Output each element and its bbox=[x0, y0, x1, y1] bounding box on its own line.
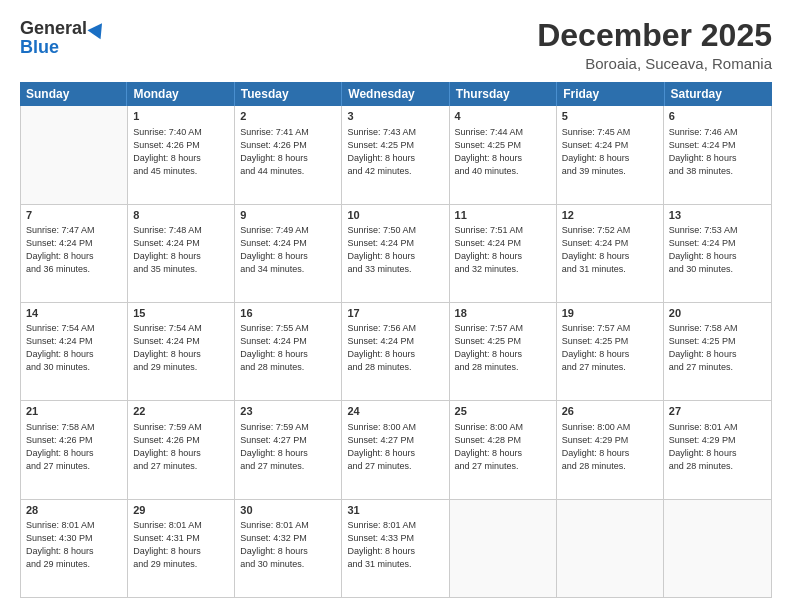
calendar-row-3: 14Sunrise: 7:54 AM Sunset: 4:24 PM Dayli… bbox=[21, 303, 771, 401]
calendar-cell: 11Sunrise: 7:51 AM Sunset: 4:24 PM Dayli… bbox=[450, 205, 557, 302]
cell-info: Sunrise: 7:58 AM Sunset: 4:25 PM Dayligh… bbox=[669, 322, 766, 374]
calendar-cell bbox=[450, 500, 557, 597]
day-number: 18 bbox=[455, 306, 551, 321]
calendar-page: General Blue December 2025 Boroaia, Suce… bbox=[0, 0, 792, 612]
calendar-cell: 21Sunrise: 7:58 AM Sunset: 4:26 PM Dayli… bbox=[21, 401, 128, 498]
title-section: December 2025 Boroaia, Suceava, Romania bbox=[537, 18, 772, 72]
day-number: 5 bbox=[562, 109, 658, 124]
day-number: 17 bbox=[347, 306, 443, 321]
cell-info: Sunrise: 7:54 AM Sunset: 4:24 PM Dayligh… bbox=[133, 322, 229, 374]
day-number: 6 bbox=[669, 109, 766, 124]
calendar-cell: 23Sunrise: 7:59 AM Sunset: 4:27 PM Dayli… bbox=[235, 401, 342, 498]
header: General Blue December 2025 Boroaia, Suce… bbox=[20, 18, 772, 72]
calendar-cell: 2Sunrise: 7:41 AM Sunset: 4:26 PM Daylig… bbox=[235, 106, 342, 203]
calendar-cell: 13Sunrise: 7:53 AM Sunset: 4:24 PM Dayli… bbox=[664, 205, 771, 302]
cell-info: Sunrise: 8:00 AM Sunset: 4:27 PM Dayligh… bbox=[347, 421, 443, 473]
calendar-header: SundayMondayTuesdayWednesdayThursdayFrid… bbox=[20, 82, 772, 106]
calendar-row-5: 28Sunrise: 8:01 AM Sunset: 4:30 PM Dayli… bbox=[21, 500, 771, 597]
calendar-cell: 31Sunrise: 8:01 AM Sunset: 4:33 PM Dayli… bbox=[342, 500, 449, 597]
cell-info: Sunrise: 8:01 AM Sunset: 4:30 PM Dayligh… bbox=[26, 519, 122, 571]
calendar-cell: 25Sunrise: 8:00 AM Sunset: 4:28 PM Dayli… bbox=[450, 401, 557, 498]
header-day-monday: Monday bbox=[127, 82, 234, 106]
cell-info: Sunrise: 7:52 AM Sunset: 4:24 PM Dayligh… bbox=[562, 224, 658, 276]
calendar-cell: 24Sunrise: 8:00 AM Sunset: 4:27 PM Dayli… bbox=[342, 401, 449, 498]
day-number: 11 bbox=[455, 208, 551, 223]
calendar-cell: 29Sunrise: 8:01 AM Sunset: 4:31 PM Dayli… bbox=[128, 500, 235, 597]
day-number: 26 bbox=[562, 404, 658, 419]
calendar-cell: 1Sunrise: 7:40 AM Sunset: 4:26 PM Daylig… bbox=[128, 106, 235, 203]
calendar-cell bbox=[664, 500, 771, 597]
day-number: 14 bbox=[26, 306, 122, 321]
calendar-cell: 4Sunrise: 7:44 AM Sunset: 4:25 PM Daylig… bbox=[450, 106, 557, 203]
cell-info: Sunrise: 7:49 AM Sunset: 4:24 PM Dayligh… bbox=[240, 224, 336, 276]
cell-info: Sunrise: 8:01 AM Sunset: 4:29 PM Dayligh… bbox=[669, 421, 766, 473]
day-number: 12 bbox=[562, 208, 658, 223]
day-number: 1 bbox=[133, 109, 229, 124]
cell-info: Sunrise: 7:43 AM Sunset: 4:25 PM Dayligh… bbox=[347, 126, 443, 178]
calendar-cell: 26Sunrise: 8:00 AM Sunset: 4:29 PM Dayli… bbox=[557, 401, 664, 498]
cell-info: Sunrise: 7:57 AM Sunset: 4:25 PM Dayligh… bbox=[455, 322, 551, 374]
calendar-cell: 27Sunrise: 8:01 AM Sunset: 4:29 PM Dayli… bbox=[664, 401, 771, 498]
calendar-cell: 20Sunrise: 7:58 AM Sunset: 4:25 PM Dayli… bbox=[664, 303, 771, 400]
calendar-cell bbox=[557, 500, 664, 597]
day-number: 22 bbox=[133, 404, 229, 419]
day-number: 29 bbox=[133, 503, 229, 518]
cell-info: Sunrise: 7:51 AM Sunset: 4:24 PM Dayligh… bbox=[455, 224, 551, 276]
location-subtitle: Boroaia, Suceava, Romania bbox=[537, 55, 772, 72]
logo-icon bbox=[87, 18, 108, 39]
header-day-sunday: Sunday bbox=[20, 82, 127, 106]
calendar-cell: 5Sunrise: 7:45 AM Sunset: 4:24 PM Daylig… bbox=[557, 106, 664, 203]
cell-info: Sunrise: 8:01 AM Sunset: 4:32 PM Dayligh… bbox=[240, 519, 336, 571]
day-number: 28 bbox=[26, 503, 122, 518]
cell-info: Sunrise: 7:53 AM Sunset: 4:24 PM Dayligh… bbox=[669, 224, 766, 276]
day-number: 16 bbox=[240, 306, 336, 321]
calendar-cell: 8Sunrise: 7:48 AM Sunset: 4:24 PM Daylig… bbox=[128, 205, 235, 302]
cell-info: Sunrise: 8:01 AM Sunset: 4:31 PM Dayligh… bbox=[133, 519, 229, 571]
cell-info: Sunrise: 7:58 AM Sunset: 4:26 PM Dayligh… bbox=[26, 421, 122, 473]
calendar-cell: 28Sunrise: 8:01 AM Sunset: 4:30 PM Dayli… bbox=[21, 500, 128, 597]
calendar: SundayMondayTuesdayWednesdayThursdayFrid… bbox=[20, 82, 772, 598]
day-number: 31 bbox=[347, 503, 443, 518]
day-number: 9 bbox=[240, 208, 336, 223]
cell-info: Sunrise: 7:55 AM Sunset: 4:24 PM Dayligh… bbox=[240, 322, 336, 374]
calendar-cell: 17Sunrise: 7:56 AM Sunset: 4:24 PM Dayli… bbox=[342, 303, 449, 400]
header-day-saturday: Saturday bbox=[665, 82, 772, 106]
logo-blue: Blue bbox=[20, 37, 59, 58]
cell-info: Sunrise: 7:54 AM Sunset: 4:24 PM Dayligh… bbox=[26, 322, 122, 374]
day-number: 13 bbox=[669, 208, 766, 223]
calendar-cell: 10Sunrise: 7:50 AM Sunset: 4:24 PM Dayli… bbox=[342, 205, 449, 302]
day-number: 3 bbox=[347, 109, 443, 124]
cell-info: Sunrise: 7:59 AM Sunset: 4:27 PM Dayligh… bbox=[240, 421, 336, 473]
day-number: 24 bbox=[347, 404, 443, 419]
cell-info: Sunrise: 8:01 AM Sunset: 4:33 PM Dayligh… bbox=[347, 519, 443, 571]
day-number: 2 bbox=[240, 109, 336, 124]
cell-info: Sunrise: 7:56 AM Sunset: 4:24 PM Dayligh… bbox=[347, 322, 443, 374]
cell-info: Sunrise: 7:46 AM Sunset: 4:24 PM Dayligh… bbox=[669, 126, 766, 178]
calendar-cell: 12Sunrise: 7:52 AM Sunset: 4:24 PM Dayli… bbox=[557, 205, 664, 302]
calendar-cell: 30Sunrise: 8:01 AM Sunset: 4:32 PM Dayli… bbox=[235, 500, 342, 597]
calendar-cell: 9Sunrise: 7:49 AM Sunset: 4:24 PM Daylig… bbox=[235, 205, 342, 302]
cell-info: Sunrise: 7:44 AM Sunset: 4:25 PM Dayligh… bbox=[455, 126, 551, 178]
cell-info: Sunrise: 7:47 AM Sunset: 4:24 PM Dayligh… bbox=[26, 224, 122, 276]
day-number: 23 bbox=[240, 404, 336, 419]
day-number: 21 bbox=[26, 404, 122, 419]
cell-info: Sunrise: 7:59 AM Sunset: 4:26 PM Dayligh… bbox=[133, 421, 229, 473]
day-number: 20 bbox=[669, 306, 766, 321]
day-number: 8 bbox=[133, 208, 229, 223]
day-number: 10 bbox=[347, 208, 443, 223]
day-number: 27 bbox=[669, 404, 766, 419]
day-number: 25 bbox=[455, 404, 551, 419]
calendar-row-1: 1Sunrise: 7:40 AM Sunset: 4:26 PM Daylig… bbox=[21, 106, 771, 204]
calendar-cell: 6Sunrise: 7:46 AM Sunset: 4:24 PM Daylig… bbox=[664, 106, 771, 203]
calendar-cell: 19Sunrise: 7:57 AM Sunset: 4:25 PM Dayli… bbox=[557, 303, 664, 400]
cell-info: Sunrise: 7:41 AM Sunset: 4:26 PM Dayligh… bbox=[240, 126, 336, 178]
logo: General Blue bbox=[20, 18, 106, 58]
calendar-cell: 16Sunrise: 7:55 AM Sunset: 4:24 PM Dayli… bbox=[235, 303, 342, 400]
day-number: 7 bbox=[26, 208, 122, 223]
day-number: 4 bbox=[455, 109, 551, 124]
calendar-cell: 3Sunrise: 7:43 AM Sunset: 4:25 PM Daylig… bbox=[342, 106, 449, 203]
cell-info: Sunrise: 8:00 AM Sunset: 4:28 PM Dayligh… bbox=[455, 421, 551, 473]
calendar-cell: 22Sunrise: 7:59 AM Sunset: 4:26 PM Dayli… bbox=[128, 401, 235, 498]
cell-info: Sunrise: 7:40 AM Sunset: 4:26 PM Dayligh… bbox=[133, 126, 229, 178]
cell-info: Sunrise: 7:50 AM Sunset: 4:24 PM Dayligh… bbox=[347, 224, 443, 276]
